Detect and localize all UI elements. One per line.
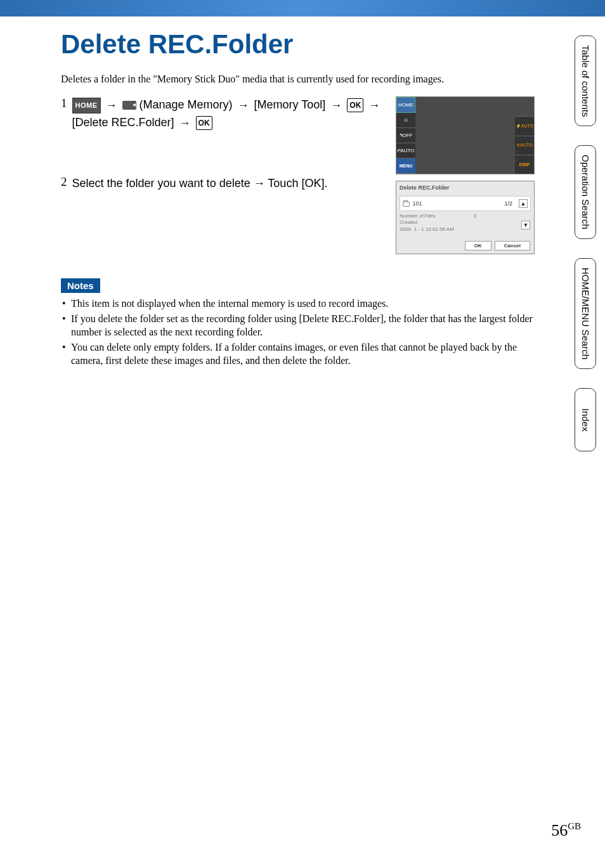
page-number-value: 56 [551,821,568,839]
screen1-left-icons: HOME ☺ ᔦOFF PAUTO MENU [396,97,415,174]
notes-list: This item is not displayed when the inte… [61,297,535,368]
arrow-icon: → [179,117,191,129]
screen-face-icon: ☺ [396,113,415,128]
step-1: 1 HOME → (Manage Memory) → [Memory Tool]… [61,96,384,132]
screen-off-icon: ᔦOFF [396,128,415,143]
arrow-icon: → [330,99,342,112]
camera-screen-1: HOME ☺ ᔦOFF PAUTO MENU ⚡AUTO ⤭AUTO DISP [396,96,535,174]
arrow-icon: → [238,99,249,112]
page-number: 56GB [551,821,581,840]
screen-menu-icon: MENU [396,159,415,174]
steps-area: 1 HOME → (Manage Memory) → [Memory Tool]… [61,96,535,254]
note-item: If you delete the folder set as the reco… [61,312,535,339]
screen-pauto-icon: PAUTO [396,143,415,159]
screen2-folder-row: 101 1/2 ▲ [400,196,531,211]
files-label: Number of Files [400,213,435,219]
screen-flash-icon: ⚡AUTO [515,116,534,135]
page-title: Delete REC.Folder [61,29,535,60]
delete-rec-label: [Delete REC.Folder] [72,116,178,129]
screen2-title: Delete REC.Folder [400,185,531,191]
top-bar [0,0,605,16]
screen2-info: Number of Files 3 Created 2009- 1 - 1 12… [400,213,531,233]
side-tabs: Table of contents Operation Search HOME/… [575,36,596,451]
note-item: This item is not displayed when the inte… [61,297,535,311]
memory-icon [122,101,136,110]
notes-section: Notes This item is not displayed when th… [61,278,535,368]
screen-home-icon: HOME [396,97,415,113]
up-arrow-icon[interactable]: ▲ [519,199,528,208]
step-2: 2 Select the folder you want to delete →… [61,175,384,192]
ok-icon: OK [196,116,212,130]
notes-label: Notes [61,278,100,293]
screen-jauto-icon: ⤭AUTO [515,136,534,155]
screens-right: HOME ☺ ᔦOFF PAUTO MENU ⚡AUTO ⤭AUTO DISP … [396,96,535,254]
page-number-suffix: GB [568,821,581,831]
steps-left: 1 HOME → (Manage Memory) → [Memory Tool]… [61,96,384,254]
step-1-text: HOME → (Manage Memory) → [Memory Tool] →… [72,96,385,132]
screen2-cancel-button[interactable]: Cancel [495,241,530,250]
intro-text: Deletes a folder in the "Memory Stick Du… [61,74,535,85]
screen-disp-icon: DISP [515,155,534,174]
screen1-right-icons: ⚡AUTO ⤭AUTO DISP [515,97,534,174]
tab-table-of-contents[interactable]: Table of contents [575,36,596,126]
folder-pager-area: 1/2 ▲ [504,199,528,208]
files-count: 3 [473,213,476,219]
home-icon: HOME [72,98,101,113]
step-number-1: 1 [61,96,67,132]
manage-memory-label: (Manage Memory) [140,98,236,111]
tab-home-menu-search[interactable]: HOME/MENU Search [575,258,596,369]
memory-tool-label: [Memory Tool] [254,98,329,111]
pager-text: 1/2 [504,200,512,207]
folder-label: 101 [403,200,422,207]
folder-icon [403,202,410,207]
tab-operation-search[interactable]: Operation Search [575,145,596,239]
created-date: 2009- 1 - 1 12:01:58 AM [400,226,454,232]
folder-number: 101 [413,200,422,207]
step-number-2: 2 [61,175,67,192]
down-arrow-icon[interactable]: ▼ [521,221,530,230]
ok-icon: OK [347,98,363,112]
camera-screen-2: Delete REC.Folder 101 1/2 ▲ Number of Fi… [396,181,535,254]
tab-index[interactable]: Index [575,388,596,451]
main-content: Delete REC.Folder Deletes a folder in th… [0,16,605,368]
screen2-ok-button[interactable]: OK [465,241,491,250]
arrow-icon: → [368,99,380,112]
created-label: Created [400,219,417,225]
screen2-buttons: OK Cancel [465,241,530,250]
arrow-icon: → [106,99,117,112]
step-2-text: Select the folder you want to delete → T… [72,175,328,192]
note-item: You can delete only empty folders. If a … [61,340,535,368]
